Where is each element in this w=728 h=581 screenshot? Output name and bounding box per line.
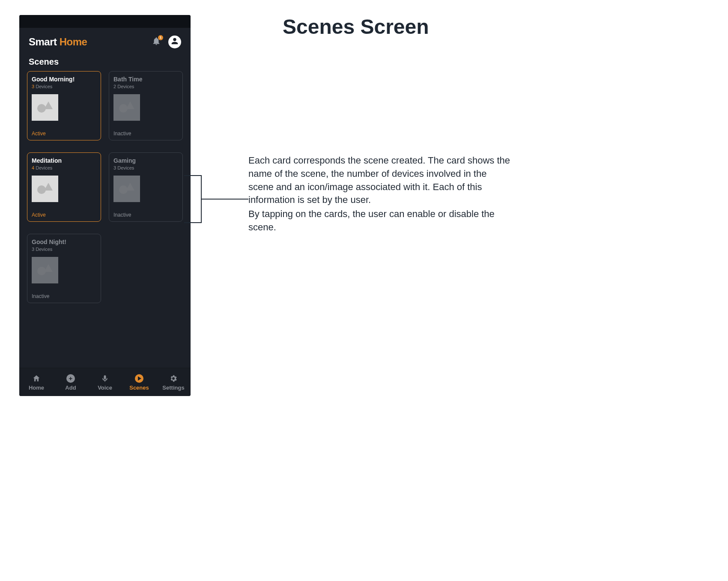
scene-status: Inactive: [113, 209, 178, 218]
nav-label: Settings: [162, 384, 184, 391]
app-header: Smart Home 1: [19, 28, 191, 52]
section-title: Scenes: [19, 52, 191, 71]
scene-device-count: 3 Devices: [32, 247, 96, 252]
doc-paragraph-2: By tapping on the cards, the user can en…: [248, 208, 514, 234]
scene-icon: [32, 176, 58, 202]
phone-mockup: Smart Home 1 Scenes: [19, 15, 191, 396]
scene-status: Inactive: [32, 290, 96, 299]
scene-name: Gaming: [113, 157, 178, 164]
plus-circle-icon: [66, 374, 75, 383]
notifications-button[interactable]: 1: [150, 36, 162, 48]
gear-icon: [169, 374, 178, 383]
nav-label: Voice: [98, 384, 112, 391]
doc-body: Each card corresponds the scene created.…: [248, 154, 514, 235]
app-brand: Smart Home: [29, 36, 87, 48]
mic-icon: [100, 374, 110, 383]
notification-badge: 1: [158, 35, 163, 40]
nav-add[interactable]: Add: [57, 374, 84, 391]
nav-home[interactable]: Home: [23, 374, 50, 391]
scene-card-meditation[interactable]: Meditation 4 Devices Active: [27, 152, 101, 222]
scene-status: Active: [32, 127, 96, 137]
nav-scenes[interactable]: Scenes: [125, 374, 153, 391]
callout-connector: [184, 171, 248, 227]
nav-label: Add: [65, 384, 76, 391]
scene-card-bath-time[interactable]: Bath Time 2 Devices Inactive: [109, 71, 183, 140]
scene-name: Good Night!: [32, 238, 96, 246]
scene-device-count: 3 Devices: [113, 165, 178, 170]
scene-icon: [113, 176, 140, 202]
doc-title: Scenes Screen: [283, 15, 429, 39]
nav-voice[interactable]: Voice: [91, 374, 119, 391]
scenes-grid: Good Morning! 3 Devices Active Bath Time…: [19, 71, 191, 368]
scene-icon: [113, 94, 140, 121]
scene-card-good-night[interactable]: Good Night! 3 Devices Inactive: [27, 234, 101, 303]
scene-status: Active: [32, 209, 96, 218]
play-circle-icon: [134, 374, 144, 383]
nav-label: Scenes: [129, 384, 149, 391]
scene-icon: [32, 94, 58, 121]
profile-button[interactable]: [168, 36, 181, 48]
scene-status: Inactive: [113, 127, 178, 137]
scene-device-count: 2 Devices: [113, 84, 178, 89]
scene-card-gaming[interactable]: Gaming 3 Devices Inactive: [109, 152, 183, 222]
scene-name: Good Morning!: [32, 76, 96, 83]
scene-device-count: 4 Devices: [32, 165, 96, 170]
brand-word-1: Smart: [29, 36, 57, 48]
scene-device-count: 3 Devices: [32, 84, 96, 89]
bottom-nav: Home Add Voice Scenes Settings: [19, 368, 191, 396]
doc-paragraph-1: Each card corresponds the scene created.…: [248, 154, 514, 207]
nav-label: Home: [29, 384, 44, 391]
home-icon: [32, 374, 41, 383]
person-icon: [170, 36, 179, 48]
status-bar: [19, 15, 191, 28]
scene-name: Bath Time: [113, 76, 178, 83]
nav-settings[interactable]: Settings: [160, 374, 187, 391]
scene-icon: [32, 257, 58, 283]
scene-card-good-morning[interactable]: Good Morning! 3 Devices Active: [27, 71, 101, 140]
scene-name: Meditation: [32, 157, 96, 164]
brand-word-2: Home: [60, 36, 87, 48]
